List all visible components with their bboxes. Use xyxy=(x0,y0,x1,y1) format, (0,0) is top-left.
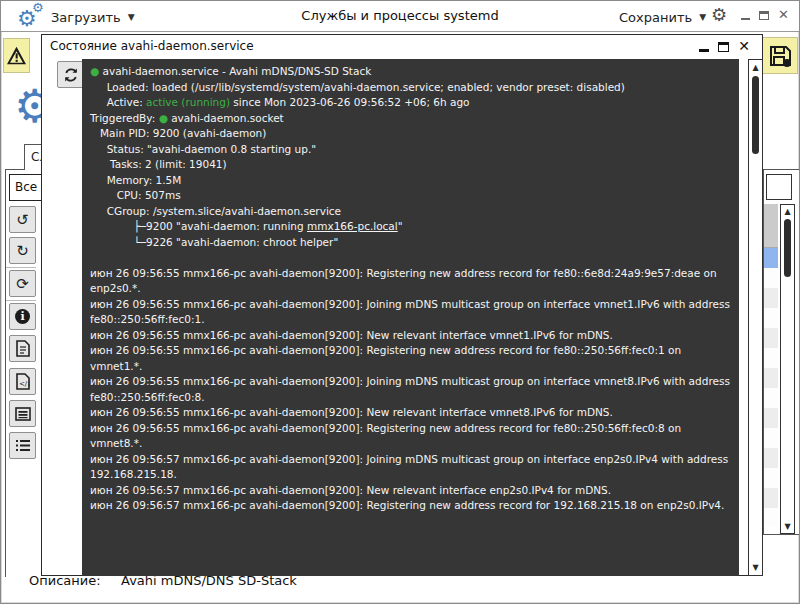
terminal-line: Active: active (running) since Mon 2023-… xyxy=(90,95,731,111)
dependencies-list-button[interactable] xyxy=(9,432,36,459)
dialog-titlebar[interactable]: Состояние avahi-daemon.service ✕ xyxy=(42,35,762,58)
main-window: ⚙ ⚙ Загрузить ▼ Службы и процессы system… xyxy=(0,0,800,604)
refresh-all-icon: ⟳ xyxy=(16,275,29,293)
terminal-line: ● avahi-daemon.service - Avahi mDNS/DNS-… xyxy=(90,64,731,80)
terminal-line: июн 26 09:56:55 mmx166-pc avahi-daemon[9… xyxy=(90,405,731,421)
unit-file-button[interactable] xyxy=(9,335,36,362)
terminal-line: Main PID: 9200 (avahi-daemon) xyxy=(90,126,731,142)
warning-triangle-icon xyxy=(6,46,27,65)
code-file-icon: </> xyxy=(16,373,30,390)
terminal-line: июн 26 09:56:55 mmx166-pc avahi-daemon[9… xyxy=(90,297,731,328)
terminal-line: июн 26 09:56:55 mmx166-pc avahi-daemon[9… xyxy=(90,266,731,297)
dialog-title: Состояние avahi-daemon.service xyxy=(50,39,254,53)
separator xyxy=(6,267,36,268)
status-dialog: Состояние avahi-daemon.service ✕ ● avahi… xyxy=(41,34,763,576)
svg-text:</>: </> xyxy=(19,380,30,388)
save-services-button[interactable] xyxy=(761,37,798,74)
close-icon[interactable]: ✕ xyxy=(738,40,750,53)
selected-table-row[interactable] xyxy=(764,248,778,268)
terminal-line: июн 26 09:56:57 mmx166-pc avahi-daemon[9… xyxy=(90,498,731,514)
history-icon: ↺ xyxy=(16,211,29,229)
document-icon xyxy=(16,340,30,357)
scroll-up-icon[interactable]: ▲ xyxy=(781,207,794,216)
close-icon[interactable]: ✕ xyxy=(778,9,789,21)
refresh-icon xyxy=(63,67,79,83)
table-icon xyxy=(15,407,31,421)
floppy-disk-icon xyxy=(768,44,792,68)
properties-table-button[interactable] xyxy=(9,400,36,427)
terminal-line: CGroup: /system.slice/avahi-daemon.servi… xyxy=(90,204,731,220)
table-header-cell xyxy=(766,174,792,200)
terminal-line: Status: "avahi-daemon 0.8 starting up." xyxy=(90,142,731,158)
terminal-line: CPU: 507ms xyxy=(90,188,731,204)
refresh-all-button[interactable]: ⟳ xyxy=(9,270,36,297)
scroll-up-icon[interactable]: ▲ xyxy=(749,63,762,72)
warning-button[interactable] xyxy=(3,38,30,73)
filter-dropdown[interactable]: Все xyxy=(9,174,42,201)
terminal-line: июн 26 09:56:55 mmx166-pc avahi-daemon[9… xyxy=(90,343,731,374)
list-icon xyxy=(15,439,31,452)
info-button[interactable]: i xyxy=(9,303,36,330)
save-menu-label: Сохранить xyxy=(619,10,692,25)
maximize-icon[interactable] xyxy=(759,11,769,20)
terminal-line: июн 26 09:56:57 mmx166-pc avahi-daemon[9… xyxy=(90,452,731,483)
scroll-down-icon[interactable]: ▼ xyxy=(749,563,762,572)
scrollbar-thumb[interactable] xyxy=(752,76,759,154)
table-column-header[interactable] xyxy=(764,204,778,248)
terminal-line: июн 26 09:56:57 mmx166-pc avahi-daemon[9… xyxy=(90,483,731,499)
terminal-line: июн 26 09:56:55 mmx166-pc avahi-daemon[9… xyxy=(90,421,731,452)
terminal-output: ● avahi-daemon.service - Avahi mDNS/DNS-… xyxy=(82,59,739,576)
terminal-line: ├─9200 "avahi-daemon: running mmx166-pc.… xyxy=(90,219,731,235)
separator xyxy=(6,300,36,301)
table-scrollbar[interactable]: ▲ ▼ xyxy=(780,204,795,534)
settings-gear-icon[interactable]: ⚙ xyxy=(711,4,727,25)
refresh-icon: ↻ xyxy=(16,242,29,260)
scroll-down-icon[interactable]: ▼ xyxy=(781,522,794,531)
terminal-line: Memory: 1.5M xyxy=(90,173,731,189)
terminal-line: Tasks: 2 (limit: 19041) xyxy=(90,157,731,173)
main-titlebar[interactable]: ⚙ ⚙ Загрузить ▼ Службы и процессы system… xyxy=(1,1,799,32)
info-icon: i xyxy=(15,309,30,324)
terminal-line: └─9226 "avahi-daemon: chroot helper" xyxy=(90,235,731,251)
source-file-button[interactable]: </> xyxy=(9,368,36,395)
chevron-down-icon: ▼ xyxy=(699,12,706,22)
terminal-line: июн 26 09:56:55 mmx166-pc avahi-daemon[9… xyxy=(90,328,731,344)
info-letter: i xyxy=(20,310,24,323)
refresh-button[interactable]: ↻ xyxy=(9,237,36,264)
dialog-scrollbar[interactable]: ▲ ▼ xyxy=(748,59,763,576)
history-button[interactable]: ↺ xyxy=(9,206,36,233)
minimize-icon[interactable] xyxy=(741,18,750,20)
terminal-line: TriggeredBy: ● avahi-daemon.socket xyxy=(90,111,731,127)
terminal-line: июн 26 09:56:55 mmx166-pc avahi-daemon[9… xyxy=(90,374,731,405)
dialog-window-controls: ✕ xyxy=(699,40,750,53)
maximize-icon[interactable] xyxy=(718,42,729,52)
scrollbar-thumb[interactable] xyxy=(784,219,791,277)
window-controls: ✕ xyxy=(741,9,789,21)
terminal-line xyxy=(90,250,731,266)
terminal-line: Loaded: loaded (/usr/lib/systemd/system/… xyxy=(90,80,731,96)
table-rows[interactable] xyxy=(764,268,778,526)
dialog-refresh-button[interactable] xyxy=(57,61,84,88)
save-menu-button[interactable]: Сохранить ▼ xyxy=(613,6,712,28)
minimize-icon[interactable] xyxy=(699,49,709,52)
